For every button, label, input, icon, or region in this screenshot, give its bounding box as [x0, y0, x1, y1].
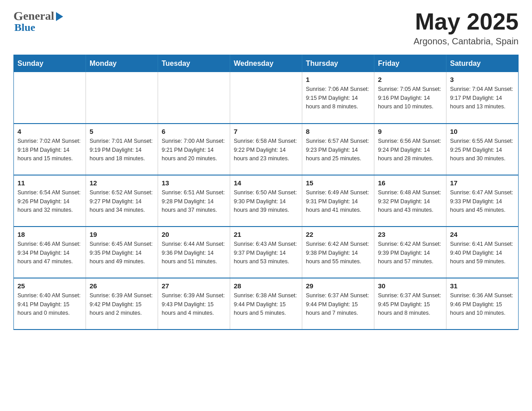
day-number: 5 [90, 128, 154, 135]
sun-info: Sunrise: 6:45 AM Sunset: 9:35 PM Dayligh… [90, 240, 154, 266]
sun-info: Sunrise: 6:55 AM Sunset: 9:25 PM Dayligh… [450, 137, 515, 163]
sun-info: Sunrise: 6:57 AM Sunset: 9:23 PM Dayligh… [306, 137, 370, 163]
day-number: 8 [306, 128, 370, 135]
day-number: 3 [450, 76, 515, 83]
week-row-2: 4Sunrise: 7:02 AM Sunset: 9:18 PM Daylig… [14, 124, 519, 175]
calendar-cell: 30Sunrise: 6:37 AM Sunset: 9:45 PM Dayli… [374, 278, 446, 330]
calendar-cell: 1Sunrise: 7:06 AM Sunset: 9:15 PM Daylig… [302, 72, 374, 124]
calendar-cell: 19Sunrise: 6:45 AM Sunset: 9:35 PM Dayli… [86, 227, 158, 278]
title-area: May 2025 Argonos, Cantabria, Spain [413, 9, 519, 47]
calendar-cell: 22Sunrise: 6:42 AM Sunset: 9:38 PM Dayli… [302, 227, 374, 278]
day-number: 2 [378, 76, 442, 83]
sun-info: Sunrise: 6:39 AM Sunset: 9:43 PM Dayligh… [162, 291, 226, 317]
calendar-cell: 23Sunrise: 6:42 AM Sunset: 9:39 PM Dayli… [374, 227, 446, 278]
calendar-cell: 31Sunrise: 6:36 AM Sunset: 9:46 PM Dayli… [446, 278, 519, 330]
day-number: 11 [17, 179, 82, 187]
column-header-tuesday: Tuesday [158, 55, 230, 73]
calendar-cell: 14Sunrise: 6:50 AM Sunset: 9:30 PM Dayli… [230, 175, 302, 227]
day-number: 12 [90, 179, 154, 187]
calendar-cell: 16Sunrise: 6:48 AM Sunset: 9:32 PM Dayli… [374, 175, 446, 227]
column-header-monday: Monday [86, 55, 158, 73]
sun-info: Sunrise: 7:01 AM Sunset: 9:19 PM Dayligh… [90, 137, 154, 163]
day-number: 28 [234, 282, 298, 290]
day-number: 10 [450, 128, 515, 135]
logo: G eneral Blue [13, 9, 63, 34]
logo-blue-text: Blue [13, 21, 63, 34]
sun-info: Sunrise: 6:40 AM Sunset: 9:41 PM Dayligh… [17, 291, 82, 317]
calendar-cell: 18Sunrise: 6:46 AM Sunset: 9:34 PM Dayli… [14, 227, 86, 278]
day-number: 20 [162, 231, 226, 238]
sun-info: Sunrise: 7:05 AM Sunset: 9:16 PM Dayligh… [378, 85, 442, 111]
sun-info: Sunrise: 6:50 AM Sunset: 9:30 PM Dayligh… [234, 188, 298, 214]
column-header-friday: Friday [374, 55, 446, 73]
logo-text-block: G eneral Blue [13, 9, 63, 34]
calendar-cell: 24Sunrise: 6:41 AM Sunset: 9:40 PM Dayli… [446, 227, 519, 278]
sun-info: Sunrise: 6:52 AM Sunset: 9:27 PM Dayligh… [90, 188, 154, 214]
week-row-4: 18Sunrise: 6:46 AM Sunset: 9:34 PM Dayli… [14, 227, 519, 278]
calendar-cell: 29Sunrise: 6:37 AM Sunset: 9:44 PM Dayli… [302, 278, 374, 330]
calendar-cell [86, 72, 158, 124]
calendar-cell: 7Sunrise: 6:58 AM Sunset: 9:22 PM Daylig… [230, 124, 302, 175]
calendar-cell: 20Sunrise: 6:44 AM Sunset: 9:36 PM Dayli… [158, 227, 230, 278]
month-year-title: May 2025 [413, 9, 519, 34]
day-number: 30 [378, 282, 442, 290]
sun-info: Sunrise: 6:54 AM Sunset: 9:26 PM Dayligh… [17, 188, 82, 214]
calendar-cell: 8Sunrise: 6:57 AM Sunset: 9:23 PM Daylig… [302, 124, 374, 175]
day-number: 13 [162, 179, 226, 187]
logo-eneral: eneral [23, 9, 54, 23]
sun-info: Sunrise: 6:43 AM Sunset: 9:37 PM Dayligh… [234, 240, 298, 266]
day-number: 18 [17, 231, 82, 238]
day-number: 14 [234, 179, 298, 187]
sun-info: Sunrise: 7:04 AM Sunset: 9:17 PM Dayligh… [450, 85, 515, 111]
day-number: 7 [234, 128, 298, 135]
logo-triangle-icon [56, 12, 63, 21]
calendar-header-row: SundayMondayTuesdayWednesdayThursdayFrid… [14, 55, 519, 73]
day-number: 15 [306, 179, 370, 187]
calendar-cell: 12Sunrise: 6:52 AM Sunset: 9:27 PM Dayli… [86, 175, 158, 227]
day-number: 27 [162, 282, 226, 290]
day-number: 17 [450, 179, 515, 187]
calendar-cell: 3Sunrise: 7:04 AM Sunset: 9:17 PM Daylig… [446, 72, 519, 124]
day-number: 26 [90, 282, 154, 290]
sun-info: Sunrise: 7:06 AM Sunset: 9:15 PM Dayligh… [306, 85, 370, 111]
calendar-cell: 11Sunrise: 6:54 AM Sunset: 9:26 PM Dayli… [14, 175, 86, 227]
sun-info: Sunrise: 7:00 AM Sunset: 9:21 PM Dayligh… [162, 137, 226, 163]
week-row-3: 11Sunrise: 6:54 AM Sunset: 9:26 PM Dayli… [14, 175, 519, 227]
calendar-cell: 13Sunrise: 6:51 AM Sunset: 9:28 PM Dayli… [158, 175, 230, 227]
sun-info: Sunrise: 6:41 AM Sunset: 9:40 PM Dayligh… [450, 240, 515, 266]
calendar-cell [158, 72, 230, 124]
day-number: 9 [378, 128, 442, 135]
calendar-cell: 5Sunrise: 7:01 AM Sunset: 9:19 PM Daylig… [86, 124, 158, 175]
day-number: 16 [378, 179, 442, 187]
calendar-cell: 6Sunrise: 7:00 AM Sunset: 9:21 PM Daylig… [158, 124, 230, 175]
day-number: 31 [450, 282, 515, 290]
calendar-cell [230, 72, 302, 124]
sun-info: Sunrise: 6:38 AM Sunset: 9:44 PM Dayligh… [234, 291, 298, 317]
calendar-cell: 28Sunrise: 6:38 AM Sunset: 9:44 PM Dayli… [230, 278, 302, 330]
calendar-cell [14, 72, 86, 124]
sun-info: Sunrise: 6:47 AM Sunset: 9:33 PM Dayligh… [450, 188, 515, 214]
calendar-cell: 21Sunrise: 6:43 AM Sunset: 9:37 PM Dayli… [230, 227, 302, 278]
sun-info: Sunrise: 6:42 AM Sunset: 9:38 PM Dayligh… [306, 240, 370, 266]
week-row-5: 25Sunrise: 6:40 AM Sunset: 9:41 PM Dayli… [14, 278, 519, 330]
sun-info: Sunrise: 6:37 AM Sunset: 9:44 PM Dayligh… [306, 291, 370, 317]
day-number: 1 [306, 76, 370, 83]
sun-info: Sunrise: 6:36 AM Sunset: 9:46 PM Dayligh… [450, 291, 515, 317]
sun-info: Sunrise: 6:46 AM Sunset: 9:34 PM Dayligh… [17, 240, 82, 266]
column-header-wednesday: Wednesday [230, 55, 302, 73]
day-number: 19 [90, 231, 154, 238]
calendar-cell: 27Sunrise: 6:39 AM Sunset: 9:43 PM Dayli… [158, 278, 230, 330]
calendar-cell: 17Sunrise: 6:47 AM Sunset: 9:33 PM Dayli… [446, 175, 519, 227]
sun-info: Sunrise: 7:02 AM Sunset: 9:18 PM Dayligh… [17, 137, 82, 163]
week-row-1: 1Sunrise: 7:06 AM Sunset: 9:15 PM Daylig… [14, 72, 519, 124]
sun-info: Sunrise: 6:58 AM Sunset: 9:22 PM Dayligh… [234, 137, 298, 163]
column-header-saturday: Saturday [446, 55, 519, 73]
day-number: 29 [306, 282, 370, 290]
column-header-thursday: Thursday [302, 55, 374, 73]
day-number: 4 [17, 128, 82, 135]
calendar-cell: 26Sunrise: 6:39 AM Sunset: 9:42 PM Dayli… [86, 278, 158, 330]
sun-info: Sunrise: 6:49 AM Sunset: 9:31 PM Dayligh… [306, 188, 370, 214]
calendar-cell: 25Sunrise: 6:40 AM Sunset: 9:41 PM Dayli… [14, 278, 86, 330]
sun-info: Sunrise: 6:39 AM Sunset: 9:42 PM Dayligh… [90, 291, 154, 317]
calendar-table: SundayMondayTuesdayWednesdayThursdayFrid… [13, 55, 519, 330]
